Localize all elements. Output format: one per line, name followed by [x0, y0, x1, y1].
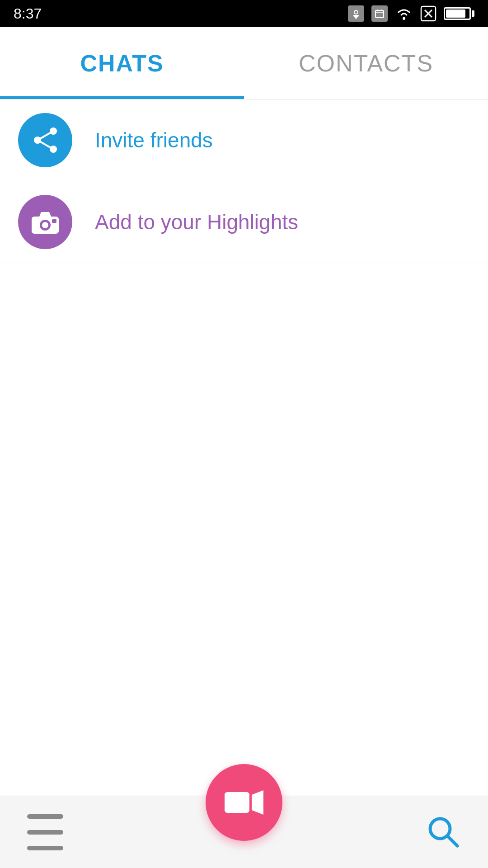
svg-marker-22	[252, 790, 263, 815]
add-highlights-icon-circle	[18, 195, 72, 249]
invite-friends-label: Invite friends	[95, 128, 213, 152]
menu-icon[interactable]	[27, 814, 63, 850]
svg-point-17	[42, 222, 48, 228]
add-highlights-item[interactable]: Add to your Highlights	[0, 181, 488, 263]
camera-icon	[29, 208, 61, 236]
search-button[interactable]	[425, 813, 461, 851]
share-icon	[31, 126, 60, 155]
content-area: Invite friends Add to your Highlights	[0, 99, 488, 263]
calendar-icon	[371, 5, 388, 22]
svg-point-0	[354, 10, 358, 14]
invite-friends-item[interactable]: Invite friends	[0, 99, 488, 181]
status-icons	[348, 5, 474, 22]
svg-line-13	[38, 131, 53, 140]
menu-line-2	[27, 830, 63, 835]
wifi-icon	[395, 7, 413, 20]
tab-active-indicator	[0, 96, 244, 99]
x-icon	[420, 5, 436, 22]
svg-rect-2	[375, 10, 384, 18]
video-call-fab[interactable]	[206, 764, 282, 841]
svg-line-14	[38, 140, 53, 149]
battery-icon	[444, 7, 474, 20]
video-camera-icon	[224, 787, 264, 818]
svg-rect-18	[52, 219, 56, 223]
menu-line-3	[27, 846, 63, 850]
add-highlights-label: Add to your Highlights	[95, 210, 298, 234]
tab-chats[interactable]: CHATS	[0, 27, 244, 99]
status-time: 8:37	[14, 5, 42, 22]
menu-line-1	[27, 814, 63, 819]
svg-rect-21	[225, 792, 249, 813]
status-bar: 8:37	[0, 0, 488, 27]
tab-contacts[interactable]: CONTACTS	[244, 27, 488, 99]
svg-line-20	[447, 836, 457, 846]
svg-point-6	[403, 17, 405, 20]
tab-chats-label: CHATS	[80, 50, 164, 77]
notification-icon	[348, 5, 364, 22]
search-icon	[425, 813, 461, 849]
tab-bar: CHATS CONTACTS	[0, 27, 488, 99]
tab-contacts-label: CONTACTS	[299, 50, 433, 77]
invite-friends-icon-circle	[18, 113, 72, 167]
